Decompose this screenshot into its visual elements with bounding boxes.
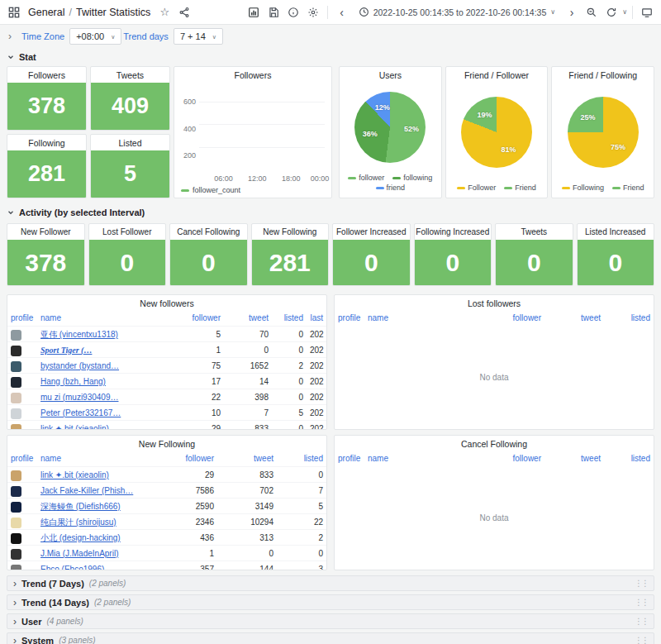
column-header[interactable]: profile — [7, 311, 37, 326]
column-header[interactable]: profile — [335, 311, 364, 326]
column-header[interactable]: tweet — [217, 451, 277, 466]
column-header[interactable]: listed — [272, 311, 307, 326]
avatar[interactable] — [11, 377, 21, 388]
avatar[interactable] — [11, 470, 21, 481]
column-header[interactable]: listed — [604, 451, 654, 466]
variable-select[interactable]: 7 + 14∨ — [174, 28, 223, 45]
profile-link[interactable]: link ✦.bit (xieaolin) — [40, 470, 109, 479]
profile-link[interactable]: 深海鳗鱼 (Diefish666) — [40, 502, 121, 511]
info-circle-icon[interactable] — [284, 3, 302, 21]
pie-chart[interactable]: 52%36%12% — [354, 92, 426, 163]
pie-chart[interactable]: 81%19% — [461, 97, 532, 168]
legend-item[interactable]: Following — [562, 184, 604, 192]
time-shift-forward-icon[interactable]: › — [563, 3, 581, 21]
sidebar-expand-toggle[interactable]: › — [7, 31, 13, 42]
tv-kiosk-icon[interactable] — [638, 3, 656, 21]
column-header[interactable]: follower — [155, 451, 217, 466]
column-header[interactable]: name — [364, 311, 482, 326]
avatar[interactable] — [11, 549, 21, 560]
time-range-picker[interactable]: 2022-10-25 00:14:35 to 2022-10-26 00:14:… — [353, 3, 561, 21]
avatar[interactable] — [11, 518, 21, 528]
profile-link[interactable]: Jack Fake-Killer (Phish… — [40, 486, 133, 495]
avatar[interactable] — [11, 330, 21, 341]
save-dashboard-icon[interactable] — [264, 3, 283, 21]
settings-gear-icon[interactable] — [304, 3, 322, 21]
column-header[interactable]: follower — [181, 311, 224, 326]
drag-handle-icon[interactable]: ⋮⋮ — [635, 636, 648, 644]
legend-item[interactable]: Follower — [457, 184, 496, 192]
profile-link[interactable]: Peter (Peter332167… — [40, 408, 121, 417]
avatar[interactable] — [11, 346, 21, 356]
legend-item[interactable]: following — [392, 174, 432, 182]
zoom-out-icon[interactable] — [583, 3, 601, 21]
stat-value-area[interactable]: 0 — [333, 240, 410, 285]
dashboard-row[interactable]: ›User(4 panels)⋮⋮ — [7, 613, 654, 629]
stat-value-area[interactable]: 281 — [7, 150, 86, 198]
avatar[interactable] — [11, 424, 21, 429]
drag-handle-icon[interactable]: ⋮⋮ — [635, 617, 648, 626]
dashboard-row[interactable]: ›System(3 panels)⋮⋮ — [7, 632, 654, 644]
legend-item[interactable]: follower — [348, 174, 384, 182]
time-series-chart[interactable]: 600400200 06:0012:0018:0000:00 — [179, 84, 326, 183]
avatar[interactable] — [11, 393, 21, 403]
column-header[interactable]: listed — [277, 451, 326, 466]
drag-handle-icon[interactable]: ⋮⋮ — [635, 579, 648, 588]
column-header[interactable]: tweet — [544, 451, 604, 466]
pie-chart[interactable]: 75%25% — [568, 97, 639, 168]
column-header[interactable]: profile — [7, 451, 37, 466]
avatar[interactable] — [11, 361, 21, 372]
drag-handle-icon[interactable]: ⋮⋮ — [635, 598, 648, 607]
profile-link[interactable]: Ebco (Ebco1996) — [40, 565, 104, 570]
apps-grid-icon[interactable] — [5, 3, 23, 21]
section-header-stat[interactable]: Stat — [0, 50, 661, 64]
column-header[interactable]: tweet — [224, 311, 272, 326]
legend-item[interactable]: Friend — [612, 184, 644, 192]
profile-link[interactable]: 纯白果汁 (shiroijusu) — [40, 518, 117, 527]
stat-value-area[interactable]: 0 — [89, 240, 166, 285]
avatar[interactable] — [11, 533, 21, 544]
avatar[interactable] — [11, 565, 21, 570]
profile-link[interactable]: Sport Tiger (… — [40, 346, 92, 355]
stat-value-area[interactable]: 378 — [7, 83, 86, 130]
refresh-icon[interactable] — [602, 3, 621, 21]
avatar[interactable] — [11, 408, 21, 419]
column-header[interactable]: listed — [604, 311, 654, 326]
breadcrumb-title[interactable]: Twitter Statistics — [76, 7, 150, 18]
avatar[interactable] — [11, 486, 21, 497]
column-header[interactable]: profile — [335, 451, 364, 466]
star-icon[interactable]: ☆ — [155, 3, 174, 21]
variable-select[interactable]: +08:00∨ — [69, 28, 121, 45]
profile-link[interactable]: 亚伟 (vincentxu1318) — [40, 330, 118, 339]
profile-link[interactable]: mu zi (muzi930409… — [40, 393, 118, 402]
stat-value-area[interactable]: 0 — [496, 240, 573, 285]
legend-label[interactable]: follower_count — [193, 186, 240, 194]
avatar[interactable] — [11, 502, 21, 513]
stat-value-area[interactable]: 5 — [91, 150, 169, 198]
column-header[interactable]: name — [37, 311, 181, 326]
column-header[interactable]: tweet — [544, 311, 604, 326]
legend-item[interactable]: friend — [376, 184, 406, 192]
stat-value-area[interactable]: 0 — [170, 240, 247, 285]
profile-link[interactable]: bystander (bystand… — [40, 361, 119, 370]
column-header[interactable]: name — [37, 451, 155, 466]
time-shift-back-icon[interactable]: ‹ — [333, 3, 351, 21]
profile-link[interactable]: 小北 (design-hacking) — [40, 533, 121, 542]
legend-item[interactable]: Friend — [504, 184, 536, 192]
stat-value-area[interactable]: 0 — [578, 240, 654, 285]
dashboard-row[interactable]: ›Trend (7 Days)(2 panels)⋮⋮ — [7, 575, 654, 591]
refresh-interval-caret-icon[interactable]: ∨ — [622, 9, 627, 16]
dashboard-row[interactable]: ›Trend (14 Days)(2 panels)⋮⋮ — [7, 594, 654, 610]
column-header[interactable]: follower — [482, 451, 544, 466]
stat-value-area[interactable]: 378 — [7, 240, 84, 285]
column-header[interactable]: follower — [482, 311, 544, 326]
breadcrumb-folder[interactable]: General — [28, 7, 64, 18]
profile-link[interactable]: link ✦.bit (xieaolin) — [40, 424, 109, 429]
section-header-activity[interactable]: Activity (by selected Interval) — [0, 205, 661, 220]
stat-value-area[interactable]: 0 — [415, 240, 492, 285]
column-header[interactable]: name — [364, 451, 482, 466]
stat-value-area[interactable]: 409 — [91, 83, 169, 130]
column-header[interactable]: last — [307, 311, 326, 326]
profile-link[interactable]: Hang (bzh, Hang) — [40, 377, 106, 386]
panel-chart-icon[interactable] — [245, 3, 263, 21]
stat-value-area[interactable]: 281 — [252, 240, 329, 285]
